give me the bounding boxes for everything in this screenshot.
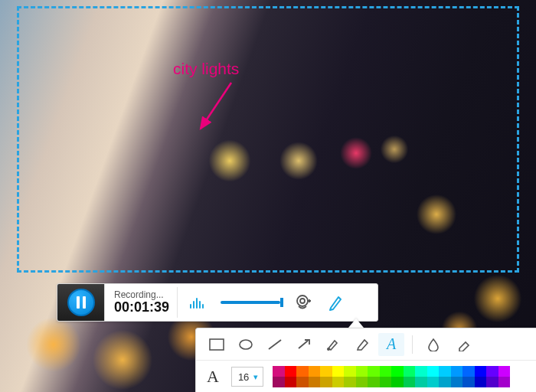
- volume-slider[interactable]: [221, 301, 280, 304]
- color-swatch[interactable]: [344, 366, 356, 377]
- svg-point-7: [300, 299, 305, 303]
- brush-tool[interactable]: [320, 333, 346, 356]
- svg-line-12: [269, 340, 281, 349]
- svg-line-13: [299, 341, 308, 348]
- color-swatch[interactable]: [320, 377, 332, 387]
- svg-point-14: [327, 348, 330, 351]
- drawing-tools-panel: A A 16 ▾: [195, 328, 536, 392]
- color-swatch[interactable]: [320, 366, 332, 377]
- draw-tools-toggle-icon[interactable]: [328, 294, 345, 311]
- color-swatch[interactable]: [404, 366, 416, 377]
- color-swatch[interactable]: [498, 366, 511, 377]
- color-swatch[interactable]: [486, 377, 498, 387]
- recording-elapsed-time: 00:01:39: [114, 300, 169, 315]
- pause-button[interactable]: [67, 289, 95, 316]
- color-swatch[interactable]: [368, 377, 380, 387]
- color-swatch[interactable]: [451, 366, 463, 377]
- color-swatch[interactable]: [498, 377, 511, 387]
- color-swatch[interactable]: [285, 366, 297, 377]
- color-swatch[interactable]: [344, 377, 356, 387]
- color-swatch[interactable]: [439, 377, 451, 387]
- color-swatch[interactable]: [427, 366, 440, 377]
- recording-toolbar-left: [57, 284, 105, 321]
- panel-pointer: [348, 318, 364, 328]
- chevron-down-icon: ▾: [253, 372, 258, 382]
- color-swatch[interactable]: [332, 377, 345, 387]
- svg-rect-10: [210, 339, 224, 350]
- svg-point-11: [240, 340, 252, 349]
- recording-status-label: Recording...: [114, 290, 169, 300]
- color-swatch[interactable]: [462, 366, 475, 377]
- color-swatch[interactable]: [415, 377, 427, 387]
- eraser-tool[interactable]: [449, 333, 476, 356]
- color-swatch[interactable]: [296, 377, 309, 387]
- color-swatch[interactable]: [486, 366, 498, 377]
- color-swatch[interactable]: [380, 366, 392, 377]
- color-swatch[interactable]: [309, 366, 321, 377]
- recording-toolbar: Recording... 00:01:39: [57, 283, 378, 322]
- arrow-tool[interactable]: [291, 333, 317, 356]
- color-palette: [273, 366, 510, 387]
- color-swatch[interactable]: [356, 377, 368, 387]
- color-swatch[interactable]: [415, 366, 427, 377]
- blur-tool[interactable]: [420, 333, 446, 356]
- ellipse-tool[interactable]: [233, 333, 259, 356]
- color-swatch[interactable]: [427, 377, 440, 387]
- text-style-row: A 16 ▾: [196, 361, 536, 392]
- color-swatch[interactable]: [475, 366, 487, 377]
- color-swatch[interactable]: [368, 366, 380, 377]
- color-swatch[interactable]: [462, 377, 475, 387]
- capture-selection-rectangle[interactable]: [17, 6, 519, 273]
- line-tool[interactable]: [262, 333, 288, 356]
- text-tool[interactable]: A: [378, 333, 404, 356]
- color-swatch[interactable]: [391, 366, 404, 377]
- color-swatch[interactable]: [475, 377, 487, 387]
- color-swatch[interactable]: [451, 377, 463, 387]
- recording-toolbar-controls: [178, 293, 377, 312]
- color-swatch[interactable]: [309, 377, 321, 387]
- color-swatch[interactable]: [404, 377, 416, 387]
- recording-status-block: Recording... 00:01:39: [105, 287, 178, 318]
- webcam-toggle-icon[interactable]: [294, 293, 314, 312]
- tool-divider: [412, 335, 413, 354]
- font-size-value: 16: [238, 371, 249, 383]
- rectangle-tool[interactable]: [204, 333, 230, 356]
- color-swatch[interactable]: [296, 366, 309, 377]
- highlighter-tool[interactable]: [349, 333, 375, 356]
- color-swatch[interactable]: [391, 377, 404, 387]
- color-swatch[interactable]: [273, 377, 285, 387]
- color-swatch[interactable]: [439, 366, 451, 377]
- color-swatch[interactable]: [380, 377, 392, 387]
- color-swatch[interactable]: [332, 366, 345, 377]
- font-size-select[interactable]: 16 ▾: [231, 367, 263, 387]
- color-swatch[interactable]: [273, 366, 285, 377]
- font-sample-glyph: A: [204, 367, 222, 387]
- audio-level-icon[interactable]: [188, 294, 207, 311]
- svg-point-6: [297, 296, 308, 306]
- color-swatch[interactable]: [285, 377, 297, 387]
- shape-tool-row: A: [196, 328, 536, 361]
- color-swatch[interactable]: [356, 366, 368, 377]
